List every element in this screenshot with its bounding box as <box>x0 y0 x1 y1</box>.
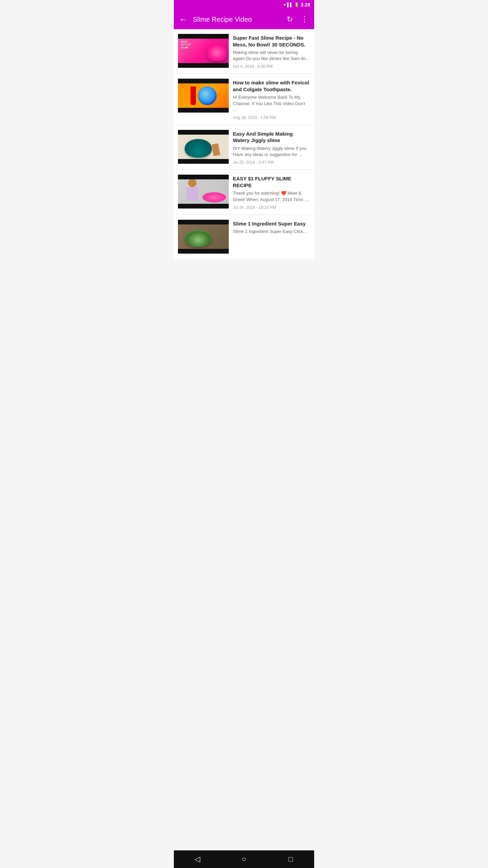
video-date: Aug 18, 2018 - 1:56 PM <box>233 115 310 120</box>
video-description: Thank you for watching! ❤️ Meet & Greet!… <box>233 190 310 202</box>
video-date: Jul 25, 2018 - 3:47 PM <box>233 160 310 165</box>
refresh-button[interactable]: ↻ <box>283 13 297 26</box>
list-item[interactable]: How to make slime with Fevicol and Colga… <box>174 74 314 125</box>
thumbnail-image <box>178 220 229 254</box>
thumbnail-image: EASYBOTTLESLIME <box>178 34 229 68</box>
thumbnail <box>178 175 229 209</box>
video-info: Slime 1 Ingredient Super Easy Slime 1 In… <box>233 220 310 235</box>
status-icons: ▾ ▌▌ 🔋 3:28 <box>284 2 310 7</box>
wifi-icon: ▾ <box>284 2 286 7</box>
video-title: EASY $1 FLUFFY SLIME RECIPE <box>233 175 310 189</box>
app-bar-actions: ↻ ⋮ <box>283 13 311 26</box>
video-info: How to make slime with Fevicol and Colga… <box>233 79 310 120</box>
list-item[interactable]: Slime 1 Ingredient Super Easy Slime 1 In… <box>174 215 314 258</box>
video-title: Slime 1 Ingredient Super Easy <box>233 220 310 227</box>
video-description: Making slime will never be boring again!… <box>233 50 310 62</box>
status-bar: ▾ ▌▌ 🔋 3:28 <box>174 0 314 9</box>
app-bar-title: Slime Recipe Video <box>193 16 280 23</box>
video-title: How to make slime with Fevicol and Colga… <box>233 79 310 93</box>
nav-back-button[interactable]: ◁ <box>189 851 206 868</box>
more-icon: ⋮ <box>301 15 308 24</box>
refresh-icon: ↻ <box>287 15 293 24</box>
back-arrow-icon: ← <box>179 14 188 25</box>
video-info: EASY $1 FLUFFY SLIME RECIPE Thank you fo… <box>233 175 310 210</box>
video-description: Hi Everyone Welcome Back To My Channel. … <box>233 94 310 113</box>
video-title: Easy And Simple Making Watery Jiggly sli… <box>233 131 310 144</box>
back-button[interactable]: ← <box>177 13 190 26</box>
video-description: Slime 1 Ingredient Super Easy Click... <box>233 229 310 235</box>
nav-home-button[interactable]: ○ <box>236 851 252 868</box>
thumbnail: EASYBOTTLESLIME <box>178 34 229 68</box>
nav-recent-button[interactable]: □ <box>282 851 299 868</box>
thumbnail-image <box>178 79 229 113</box>
nav-back-icon: ◁ <box>195 855 200 864</box>
list-item[interactable]: EASYBOTTLESLIME Super Fast Slime Recipe … <box>174 29 314 74</box>
thumbnail <box>178 130 229 164</box>
thumbnail <box>178 79 229 113</box>
video-title: Super Fast Slime Recipe - No Mess, No Bo… <box>233 35 310 48</box>
thumbnail-image <box>178 175 229 209</box>
status-time: 3:28 <box>301 2 310 7</box>
battery-icon: 🔋 <box>294 2 299 7</box>
list-item[interactable]: Easy And Simple Making Watery Jiggly sli… <box>174 125 314 170</box>
thumbnail-image <box>178 130 229 164</box>
app-bar: ← Slime Recipe Video ↻ ⋮ <box>174 9 314 29</box>
video-date: Jul 24, 2018 - 10:16 PM <box>233 205 310 210</box>
video-info: Easy And Simple Making Watery Jiggly sli… <box>233 130 310 165</box>
nav-recent-icon: □ <box>288 855 293 864</box>
more-options-button[interactable]: ⋮ <box>298 13 311 26</box>
nav-home-icon: ○ <box>242 855 246 864</box>
video-date: Oct 4, 2018 - 8:00 PM <box>233 64 310 69</box>
bottom-nav-bar: ◁ ○ □ <box>174 850 314 868</box>
list-item[interactable]: EASY $1 FLUFFY SLIME RECIPE Thank you fo… <box>174 170 314 215</box>
signal-icon: ▌▌ <box>287 2 293 7</box>
video-description: DIY Making Watery Jiggly slime If you Ha… <box>233 145 310 158</box>
thumbnail <box>178 220 229 254</box>
video-list: EASYBOTTLESLIME Super Fast Slime Recipe … <box>174 29 314 258</box>
video-info: Super Fast Slime Recipe - No Mess, No Bo… <box>233 34 310 69</box>
